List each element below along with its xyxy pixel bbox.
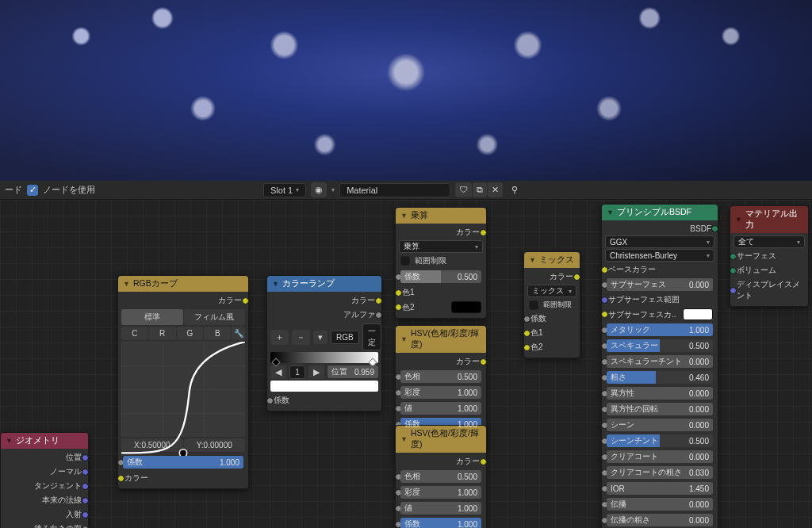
socket-input[interactable]	[730, 267, 737, 274]
ramp-add-icon[interactable]: ＋	[270, 330, 289, 345]
socket-output[interactable]	[573, 274, 580, 281]
viewport-3d[interactable]	[0, 0, 812, 181]
slider-hue[interactable]: 色相0.500	[400, 370, 481, 383]
blend-mode-dropdown[interactable]: ミックス▾	[527, 285, 576, 297]
output-target-dropdown[interactable]: 全て▾	[733, 235, 805, 248]
slider-aniso-rot[interactable]: 異方性の回転0.000	[607, 403, 713, 415]
socket-input[interactable]	[730, 253, 737, 260]
blend-mode-dropdown[interactable]: 乗算▾	[399, 240, 483, 253]
tab-tools-icon[interactable]: 🔧	[232, 327, 245, 340]
ramp-mode-dropdown[interactable]: RGB	[331, 331, 359, 344]
collapse-icon[interactable]: ▼	[272, 280, 279, 288]
socket-output[interactable]	[480, 358, 487, 365]
color-swatch[interactable]	[683, 308, 713, 320]
tab-g[interactable]: G	[177, 327, 204, 340]
copy-icon[interactable]: ⧉	[473, 182, 487, 197]
unlink-icon[interactable]: ✕	[488, 182, 503, 197]
socket-input[interactable]	[523, 330, 530, 337]
socket-output[interactable]	[82, 497, 89, 504]
socket-output[interactable]	[242, 297, 249, 304]
socket-input[interactable]	[601, 311, 608, 318]
socket-input[interactable]	[523, 344, 530, 351]
slider-subsurface[interactable]: サブサーフェス0.000	[607, 278, 713, 291]
ramp-next-icon[interactable]: ▶	[308, 365, 324, 379]
ramp-interp-dropdown[interactable]: 一定	[362, 323, 381, 350]
socket-input[interactable]	[730, 287, 737, 294]
socket-output[interactable]	[82, 526, 89, 529]
clamp-checkbox[interactable]	[529, 300, 538, 310]
ramp-color-swatch[interactable]	[270, 381, 378, 392]
node-material-output[interactable]: ▼マテリアル出力 全て▾ サーフェス ボリューム ディスプレイスメント	[730, 205, 809, 307]
slot-dropdown[interactable]: Slot 1▾	[263, 183, 306, 197]
socket-output[interactable]	[82, 511, 89, 518]
ramp-position-slider[interactable]: 位置0.959	[327, 365, 378, 378]
slider-val[interactable]: 値1.000	[400, 402, 481, 415]
collapse-icon[interactable]: ▼	[123, 280, 130, 288]
slider-transmission-rough[interactable]: 伝播の粗さ0.000	[607, 514, 713, 526]
node-mix[interactable]: ▼ミックス カラー ミックス▾ 範囲制限 係数 色1 色2	[523, 251, 580, 358]
collapse-icon[interactable]: ▼	[735, 216, 742, 224]
collapse-icon[interactable]: ▼	[6, 437, 13, 445]
socket-output[interactable]	[480, 229, 487, 236]
socket-output[interactable]	[480, 458, 487, 465]
ramp-remove-icon[interactable]: －	[292, 330, 310, 345]
slider-specular-tint[interactable]: スペキュラーチント0.000	[607, 355, 713, 368]
collapse-icon[interactable]: ▼	[400, 335, 408, 343]
pin-icon[interactable]: ⚲	[508, 182, 522, 197]
clamp-checkbox[interactable]	[400, 256, 410, 266]
slider-clearcoat[interactable]: クリアコート0.000	[607, 450, 713, 463]
node-geometry[interactable]: ▼ジオメトリ 位置 ノーマル タンジェント 本来の法線 入射 後ろ向きの面 面上…	[0, 432, 89, 528]
socket-input[interactable]	[601, 297, 608, 304]
node-color-ramp[interactable]: ▼カラーランプ カラー アルファ ＋ － ▾ RGB 一定 ◀ 1 ▶ 位置0.…	[266, 275, 382, 411]
socket-input[interactable]	[601, 266, 608, 274]
sss-method-dropdown[interactable]: Christensen-Burley▾	[605, 249, 714, 262]
color-ramp-gradient[interactable]	[270, 352, 378, 363]
ramp-menu-icon[interactable]: ▾	[313, 331, 327, 344]
node-hsv-2[interactable]: ▼HSV(色相/彩度/輝度) カラー 色相0.500 彩度1.000 値1.00…	[395, 425, 487, 528]
slider-sheen-tint[interactable]: シーンチント0.500	[607, 434, 713, 447]
slider-val[interactable]: 値1.000	[400, 502, 481, 515]
socket-output[interactable]	[375, 297, 382, 304]
node-multiply[interactable]: ▼乗算 カラー 乗算▾ 範囲制限 係数0.500 色1 色2	[395, 207, 487, 319]
slider-metallic[interactable]: メタリック1.000	[607, 323, 713, 336]
slider-clearcoat-rough[interactable]: クリアコートの粗さ0.030	[607, 466, 713, 479]
collapse-icon[interactable]: ▼	[607, 209, 614, 216]
tab-r[interactable]: R	[149, 327, 176, 340]
socket-output[interactable]	[375, 312, 382, 319]
slider-aniso[interactable]: 異方性0.000	[607, 387, 713, 400]
slider-fac[interactable]: 係数0.500	[400, 270, 481, 283]
slider-sat[interactable]: 彩度1.000	[400, 386, 481, 399]
slider-fac[interactable]: 係数1.000	[400, 518, 481, 528]
node-editor-canvas[interactable]: ▼ジオメトリ 位置 ノーマル タンジェント 本来の法線 入射 後ろ向きの面 面上…	[0, 200, 812, 528]
collapse-icon[interactable]: ▼	[400, 212, 408, 220]
use-nodes-checkbox[interactable]: ✓	[27, 185, 38, 196]
slider-specular[interactable]: スペキュラー0.500	[607, 339, 713, 352]
socket-input[interactable]	[395, 289, 402, 297]
node-rgb-curves[interactable]: ▼RGBカーブ カラー 標準 フィルム風 C R G B 🔧 X:0.	[117, 275, 249, 489]
collapse-icon[interactable]: ▼	[400, 435, 408, 443]
distribution-dropdown[interactable]: GGX▾	[605, 235, 714, 248]
tab-filmlike[interactable]: フィルム風	[184, 309, 246, 325]
ramp-index-field[interactable]: 1	[289, 365, 305, 379]
socket-input[interactable]	[395, 304, 402, 311]
material-name-input[interactable]: Material	[339, 183, 450, 197]
slider-sat[interactable]: 彩度1.000	[400, 486, 481, 499]
material-browse-icon[interactable]: ◉	[311, 182, 327, 197]
curve-canvas[interactable]	[121, 342, 245, 437]
collapse-icon[interactable]: ▼	[529, 256, 536, 264]
socket-output[interactable]	[82, 483, 89, 490]
socket-input[interactable]	[523, 316, 530, 323]
socket-input[interactable]	[266, 397, 274, 404]
socket-output[interactable]	[711, 225, 718, 232]
tab-c[interactable]: C	[121, 327, 148, 340]
slider-roughness[interactable]: 粗さ0.460	[607, 371, 713, 384]
socket-output[interactable]	[82, 454, 89, 461]
slider-fac[interactable]: 係数1.000	[123, 456, 243, 469]
socket-output[interactable]	[82, 469, 89, 476]
tab-b[interactable]: B	[204, 327, 231, 340]
slider-transmission[interactable]: 伝播0.000	[607, 498, 713, 511]
slider-ior[interactable]: IOR1.450	[607, 482, 713, 495]
node-principled-bsdf[interactable]: ▼プリンシプルBSDF BSDF GGX▾ Christensen-Burley…	[601, 204, 718, 528]
ramp-prev-icon[interactable]: ◀	[270, 365, 286, 379]
shield-icon[interactable]: 🛡	[455, 182, 472, 197]
